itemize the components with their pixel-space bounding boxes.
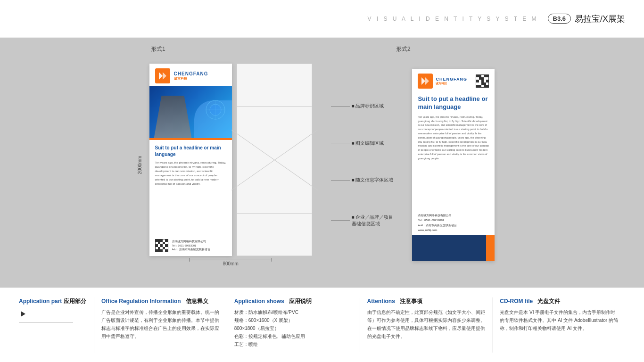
banner2-top: CHENGFANG 诚方科技 (412, 69, 495, 91)
col4-title: Attentions 注意事项 (367, 297, 486, 305)
ann-company: ■ 企业／品牌／项目基础信息区域 (331, 214, 394, 227)
banner2-brand-sub: 诚方科技 (436, 82, 467, 86)
col5-title-cn: 光盘文件 (537, 298, 560, 304)
col5-title: CD-ROM file 光盘文件 (500, 297, 618, 305)
col1-divider (19, 322, 73, 323)
col5-title-en: CD-ROM file (500, 298, 533, 304)
width-ruler: 800mm (190, 260, 272, 266)
banner1-contact: 济南诚方网络科技有限公司 Tel：0531-69953001 Add：济南市高新… (172, 239, 211, 252)
ann-brand: ■ 品牌标识区域 (331, 103, 394, 109)
banner1-logo-area: CHENGFANG 诚方科技 (149, 64, 232, 86)
col2-text: 广告是企业对外宣传，传播企业形象的重要载体。统一的广告版面设计规范，有利于企业形… (101, 308, 220, 340)
banner2-brand-name: CHENGFANG (436, 77, 467, 82)
svg-marker-10 (21, 311, 25, 317)
ann-brand-label: ■ 品牌标识区域 (352, 103, 384, 109)
form1-label: 形式1 (151, 45, 165, 53)
banner1-content-area: Suit to put a headline or main language … (149, 140, 232, 235)
form2-label: 形式2 (396, 45, 411, 53)
banner2-headline: Suit to put a headline or main language (412, 91, 495, 115)
banner2-wrapper: CHENGFANG 诚方科技 Suit to put a headline or… (412, 69, 495, 261)
brand-sub: 诚方科技 (174, 76, 208, 81)
col3-title-en: Application shows (234, 298, 284, 304)
wf-top-zone (237, 64, 312, 107)
hand-decoration (154, 96, 192, 138)
col2-title-en: Office Regulation Information (101, 298, 181, 304)
digital-hand (201, 91, 230, 129)
col-shows: Application shows 应用说明 材质：防水旗帜布/喷绘布/PVC … (227, 297, 360, 353)
wireframe-banner (237, 64, 312, 256)
banner2-footer-blue (412, 235, 486, 261)
ann-content: ■ 图文编辑区域 (331, 140, 394, 147)
ruler-line (190, 260, 272, 260)
header: V I S U A L I D E N T I T Y S Y S T E M … (0, 0, 644, 38)
col4-text: 由于信息的不确定性，此页部分规范（如文字大小、间距等）可作为参考使用，具体可根据… (367, 308, 486, 340)
col2-title: Office Regulation Information 信息释义 (101, 297, 220, 305)
col5-text: 光盘文件是本 VI 手册电子文件的集合，内含手册制作时的专用软件格式文件。其中 … (500, 308, 618, 332)
col2-title-cn: 信息释义 (186, 298, 208, 304)
col4-title-cn: 注意事项 (400, 298, 422, 304)
b2-contact-tel: Tel：0531-69953001 (418, 218, 489, 222)
ann-text-label: ■ 随文信息字体区域 (352, 177, 394, 183)
section-badge: B3.6 (548, 14, 571, 24)
annotation-zone: ■ 品牌标识区域 ■ 图文编辑区域 ■ 随文信息字体区域 ■ 企业／品牌／项目基… (331, 69, 394, 261)
bottom-section: Application part 应用部分 Office Regulation … (0, 288, 644, 362)
b2-contact-add: Add：济南市高新区交联新省台 (418, 223, 489, 228)
logo-icon (155, 68, 170, 83)
b2-contact-web: www.jncfkj.com (418, 228, 489, 232)
col1-title: Application part 应用部分 (19, 297, 87, 305)
b2-contact-company: 济南诚方网络科技有限公司 (418, 213, 489, 218)
ann-text: ■ 随文信息字体区域 (331, 177, 394, 183)
height-label: 2000mm (137, 156, 142, 174)
col4-title-en: Attentions (367, 298, 395, 304)
wf-bottom-zone (237, 213, 312, 255)
wf-cross (237, 107, 312, 213)
banner1-footer: 济南诚方网络科技有限公司 Tel：0531-69953001 Add：济南市高新… (149, 235, 232, 256)
arrow-icon (19, 310, 87, 319)
banner1-image (149, 86, 232, 138)
ann-content-label: ■ 图文编辑区域 (352, 140, 384, 147)
main-display: 形式1 形式2 2000mm CHENGFANG 诚方科技 (0, 38, 644, 288)
page-title: 易拉宝/X展架 (575, 13, 625, 25)
col-cdrom: CD-ROM file 光盘文件 光盘文件是本 VI 手册电子文件的集合，内含手… (493, 297, 625, 353)
col-regulation: Office Regulation Information 信息释义 广告是企业… (94, 297, 227, 353)
width-label: 800mm (223, 261, 238, 266)
col-attentions: Attentions 注意事项 由于信息的不确定性，此页部分规范（如文字大小、间… (360, 297, 493, 353)
banner2-footer (412, 235, 495, 261)
contact-company: 济南诚方网络科技有限公司 (172, 239, 211, 244)
contact-tel: Tel：0531-69953001 (172, 244, 211, 248)
banner2-body: Ten years ago, the phoenix nirvana, rest… (412, 115, 495, 210)
banner1: CHENGFANG 诚方科技 (149, 64, 232, 256)
col1-title-cn: 应用部分 (64, 298, 86, 304)
col1-title-en: Application part (19, 298, 62, 304)
banner2-footer-orange (486, 235, 495, 261)
banner2-contact: 济南诚方网络科技有限公司 Tel：0531-69953001 Add：济南市高新… (412, 210, 495, 235)
contact-add: Add：济南市高新区交联新省台 (172, 247, 211, 252)
brand-name: CHENGFANG (174, 71, 208, 76)
col3-title: Application shows 应用说明 (234, 297, 353, 305)
banner2: CHENGFANG 诚方科技 Suit to put a headline or… (412, 69, 495, 261)
col3-text: 材质：防水旗帜布/喷绘布/PVC 规格：600×1600（X 展架） 800×1… (234, 308, 353, 348)
col-application-part: Application part 应用部分 (19, 297, 94, 353)
banner2-brand-text: CHENGFANG 诚方科技 (436, 77, 467, 86)
ann-company-label: ■ 企业／品牌／项目基础信息区域 (352, 214, 394, 227)
banner2-qr (476, 74, 489, 88)
banner1-headline: Suit to put a headline or main language (155, 145, 226, 158)
logo-text: CHENGFANG 诚方科技 (174, 71, 208, 81)
banner1-body-text: Ten years ago, the phoenix nirvana, rest… (155, 161, 226, 186)
qr-code (155, 239, 168, 252)
vis-label: V I S U A L I D E N T I T Y S Y S T E M (367, 16, 538, 22)
wf-middle-zone (237, 107, 312, 213)
banner2-logo: CHENGFANG 诚方科技 (418, 74, 467, 89)
banner2-logo-icon (418, 74, 433, 89)
col3-title-cn: 应用说明 (289, 298, 312, 304)
